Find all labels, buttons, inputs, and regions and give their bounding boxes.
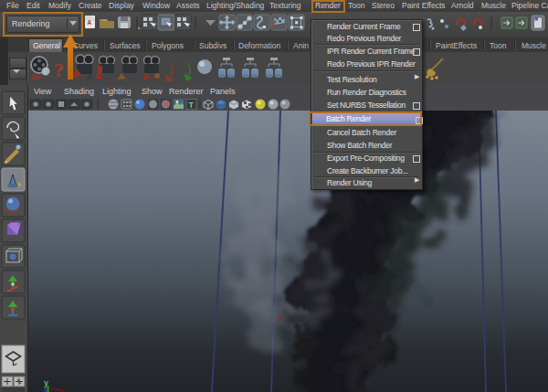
svg-text:?: ? bbox=[54, 58, 64, 81]
svg-text:y: y bbox=[44, 378, 48, 387]
svg-text:T: T bbox=[189, 101, 195, 110]
svg-text:A: A bbox=[88, 19, 92, 26]
